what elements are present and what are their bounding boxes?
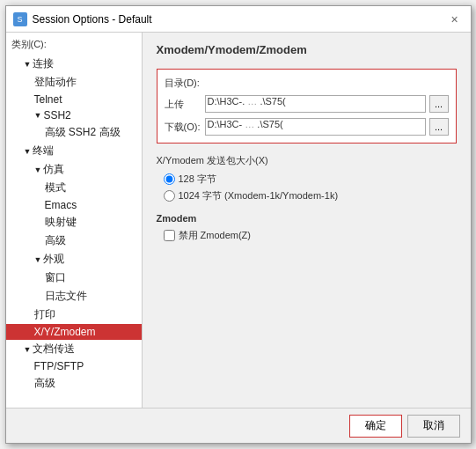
dialog-title: Session Options - Default: [33, 13, 152, 26]
directory-section: 目录(D): 上传 D:\H3C-. … .\S75( ... 下载(O): D…: [157, 69, 457, 144]
title-bar-left: S Session Options - Default: [13, 12, 152, 26]
radio-1024-row: 1024 字节 (Xmodem-1k/Ymodem-1k): [157, 189, 457, 202]
app-icon: S: [13, 12, 27, 26]
arrow-icon: ▼: [24, 60, 32, 69]
radio-128-label: 128 字节: [179, 173, 216, 186]
dialog-body: 类别(C): ▼ 连接 登陆动作 Telnet ▼ SSH2 高级 SSH2 高…: [6, 33, 471, 408]
title-bar: S Session Options - Default ×: [6, 6, 471, 33]
sidebar-item-label: 打印: [34, 308, 55, 320]
packet-label: X/Ymodem 发送包大小(X): [157, 154, 457, 167]
sidebar-item-label: 登陆动作: [34, 76, 77, 88]
arrow-icon: ▼: [34, 111, 42, 120]
sidebar-item-label: 高级 SSH2 高级: [45, 126, 121, 138]
sidebar-item-print[interactable]: 打印: [6, 305, 142, 324]
dir-section-label: 目录(D):: [165, 77, 449, 90]
sidebar-item-label: 高级: [45, 234, 66, 247]
dialog-footer: 确定 取消: [6, 408, 471, 443]
main-content: Xmodem/Ymodem/Zmodem 目录(D): 上传 D:\H3C-. …: [143, 33, 471, 408]
download-path-suffix: …: [245, 119, 254, 129]
sidebar-item-label: 日志文件: [45, 290, 87, 302]
sidebar-item-label: 模式: [45, 181, 66, 194]
upload-browse-button[interactable]: ...: [429, 95, 449, 113]
radio-128-input[interactable]: [164, 173, 175, 185]
sidebar-item-terminal[interactable]: ▼ 终端: [6, 142, 142, 160]
download-label: 下载(O):: [165, 121, 201, 134]
sidebar-item-label: 高级: [34, 377, 55, 389]
sidebar-item-label: 映射键: [45, 216, 77, 228]
sidebar-item-file-transfer[interactable]: ▼ 文档传送: [6, 340, 142, 358]
upload-path-input[interactable]: D:\H3C-. … .\S75(: [205, 95, 426, 113]
cancel-button[interactable]: 取消: [407, 415, 460, 438]
sidebar-item-advanced[interactable]: 高级: [6, 232, 142, 250]
section-title: Xmodem/Ymodem/Zmodem: [157, 43, 457, 60]
sidebar-item-label: 窗口: [45, 271, 66, 283]
arrow-icon: ▼: [24, 147, 32, 156]
download-row: 下载(O): D:\H3C- … .\S75( ...: [165, 118, 449, 136]
upload-row: 上传 D:\H3C-. … .\S75( ...: [165, 95, 449, 113]
download-path-value: D:\H3C-: [208, 119, 243, 129]
upload-label: 上传: [165, 98, 201, 111]
download-browse-button[interactable]: ...: [429, 118, 449, 136]
sidebar-item-label: Emacs: [45, 199, 77, 211]
sidebar-item-window[interactable]: 窗口: [6, 269, 142, 287]
sidebar-item-label: X/Y/Zmodem: [34, 326, 96, 338]
sidebar-item-log-file[interactable]: 日志文件: [6, 287, 142, 305]
download-path-input[interactable]: D:\H3C- … .\S75(: [205, 118, 426, 136]
upload-path-suffix: …: [247, 96, 257, 107]
sidebar-item-telnet[interactable]: Telnet: [6, 92, 142, 107]
sidebar-item-ssh2-advanced[interactable]: 高级 SSH2 高级: [6, 123, 142, 142]
sidebar-item-label: 文档传送: [33, 342, 75, 357]
disable-zmodem-label: 禁用 Zmodem(Z): [179, 229, 252, 242]
sidebar-item-xy-zmodem[interactable]: X/Y/Zmodem: [6, 324, 142, 340]
sidebar-item-label: FTP/SFTP: [34, 360, 84, 372]
sidebar-item-mode[interactable]: 模式: [6, 179, 142, 197]
sidebar-item-appearance[interactable]: ▼ 外观: [6, 250, 142, 269]
sidebar-item-connect[interactable]: ▼ 连接: [6, 55, 142, 73]
sidebar-item-label: 仿真: [43, 162, 64, 177]
disable-zmodem-row: 禁用 Zmodem(Z): [157, 229, 457, 242]
sidebar-item-ftp-sftp[interactable]: FTP/SFTP: [6, 358, 142, 374]
session-options-dialog: S Session Options - Default × 类别(C): ▼ 连…: [5, 5, 472, 444]
sidebar-item-label: SSH2: [43, 109, 70, 121]
sidebar-item-mapping[interactable]: 映射键: [6, 213, 142, 232]
arrow-icon: ▼: [24, 345, 32, 354]
zmodem-title: Zmodem: [157, 213, 457, 224]
sidebar-item-advanced2[interactable]: 高级: [6, 374, 142, 393]
upload-path-value: D:\H3C-.: [208, 96, 245, 107]
sidebar-item-emulation[interactable]: ▼ 仿真: [6, 160, 142, 179]
sidebar-item-label: 连接: [33, 56, 54, 71]
sidebar: 类别(C): ▼ 连接 登陆动作 Telnet ▼ SSH2 高级 SSH2 高…: [6, 33, 143, 408]
category-label: 类别(C):: [6, 36, 142, 53]
zmodem-section: Zmodem 禁用 Zmodem(Z): [157, 213, 457, 242]
sidebar-item-label: Telnet: [34, 93, 62, 106]
disable-zmodem-checkbox[interactable]: [164, 230, 175, 241]
radio-1024-label: 1024 字节 (Xmodem-1k/Ymodem-1k): [179, 189, 339, 202]
radio-128-row: 128 字节: [157, 173, 457, 186]
arrow-icon: ▼: [34, 166, 42, 174]
packet-size-section: X/Ymodem 发送包大小(X) 128 字节 1024 字节 (Xmodem…: [157, 154, 457, 202]
download-path-end: .\S75(: [257, 119, 282, 129]
ok-button[interactable]: 确定: [349, 415, 402, 438]
sidebar-item-ssh2[interactable]: ▼ SSH2: [6, 107, 142, 123]
sidebar-item-emacs[interactable]: Emacs: [6, 197, 142, 213]
arrow-icon: ▼: [34, 255, 42, 264]
upload-path-end: .\S75(: [260, 96, 285, 107]
sidebar-item-label: 终端: [33, 144, 54, 158]
radio-1024-input[interactable]: [164, 190, 175, 202]
sidebar-item-login-action[interactable]: 登陆动作: [6, 73, 142, 92]
sidebar-item-label: 外观: [43, 252, 64, 267]
close-button[interactable]: ×: [446, 11, 464, 28]
